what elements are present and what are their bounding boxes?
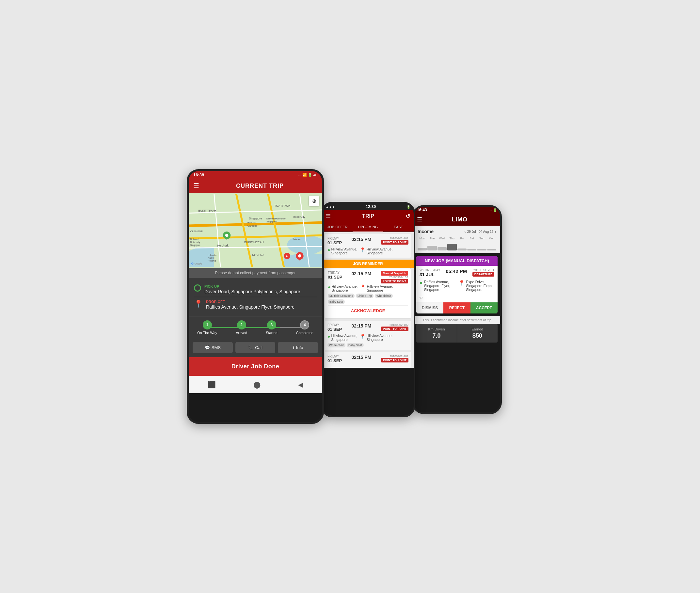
trip-locs-3: ●Hillview Avanue,Singapore 📍Hillview Ava… xyxy=(327,334,408,342)
badge-ptp-reminder: POINT TO POINT xyxy=(381,279,408,283)
phone-mid: ▲▲▲ 12:30 🔋 ☰ TRIP ↺ JOB OFFER UPCOMING … xyxy=(321,202,415,417)
right-title: LIMO xyxy=(422,216,497,223)
trip-locs-1: ●Hillview Avanue,Singapore 📍Hillview Ava… xyxy=(327,247,408,255)
dropoff-icon: 📍 xyxy=(194,300,203,308)
sms-button[interactable]: 💬 SMS xyxy=(193,342,233,353)
locate-button[interactable]: ⊕ xyxy=(309,196,319,206)
km-val: 7.0 xyxy=(419,332,453,339)
mid-menu-icon[interactable]: ☰ xyxy=(326,212,331,220)
call-button[interactable]: 📞 Call xyxy=(235,342,276,353)
phone-right: 16:43 ··· 🔋 ☰ LIMO Income ‹ 29 Jul - 04 … xyxy=(412,205,502,414)
acknowledge-button[interactable]: ACKNOWLEDGE xyxy=(328,305,408,316)
mid-scroll[interactable]: FRIDAY 01 SEP 02:15 PM 20180902-102 POIN… xyxy=(322,232,414,368)
stat-earned: Earned $50 xyxy=(457,324,498,343)
income-label: Income xyxy=(418,229,434,234)
date-range: 29 Jul - 04 Aug 19 xyxy=(467,230,494,234)
svg-text:BUKIT MERAH: BUKIT MERAH xyxy=(244,241,264,244)
reject-button[interactable]: REJECT xyxy=(443,302,470,314)
svg-point-36 xyxy=(298,254,301,258)
bar-sat xyxy=(467,249,476,250)
reminder-locs: ●Hillview Avanue,Singapore 📍Hillview Ava… xyxy=(328,284,408,292)
svg-text:TOA PAYOH: TOA PAYOH xyxy=(274,204,290,207)
dismiss-button[interactable]: DISMISS xyxy=(416,302,443,314)
back-button[interactable]: ◀ xyxy=(293,380,308,390)
svg-text:University: University xyxy=(190,241,200,244)
step-1-circle: 1 xyxy=(203,320,212,329)
job-day-label: WEDNESDAY xyxy=(419,268,441,272)
tab-job-offer[interactable]: JOB OFFER xyxy=(322,223,353,232)
svg-point-33 xyxy=(225,234,229,237)
phone-main: 16:38 ··· 📶 🔋 40 ☰ CURRENT TRIP xyxy=(187,169,324,424)
km-label: Km Driven xyxy=(419,327,453,331)
trip-card-4: FRIDAY 01 SEP 02:15 PM 20180902-102 POIN… xyxy=(325,352,411,368)
new-job-header: NEW JOB (MANUAL DISPATCH) xyxy=(416,256,498,266)
main-time: 16:38 xyxy=(193,172,204,177)
income-section: Income ‹ 29 Jul - 04 Aug 19 › Mon Tue We… xyxy=(414,226,500,253)
job-from-icon: ● xyxy=(419,280,423,286)
job-time: 05:42 PM xyxy=(446,268,467,274)
main-title: CURRENT TRIP xyxy=(202,183,317,189)
pickup-address: Dover Road, Singapore Polytechnic, Singa… xyxy=(204,289,300,294)
badge-ptp-1: POINT TO POINT xyxy=(381,240,408,245)
refresh-icon[interactable]: ↺ xyxy=(406,212,410,220)
step-4: 4 Completed xyxy=(296,320,314,335)
info-button[interactable]: ℹ Info xyxy=(278,342,318,353)
badge-ptp-4: POINT TO POINT xyxy=(381,358,408,362)
bar-sun xyxy=(477,249,486,250)
svg-text:Singapore: Singapore xyxy=(266,221,277,223)
step-4-circle: 4 xyxy=(300,320,309,329)
bar-thu xyxy=(447,244,456,250)
tab-upcoming[interactable]: UPCOMING xyxy=(353,223,383,232)
tab-past[interactable]: PAST xyxy=(383,223,414,232)
earned-val: $50 xyxy=(460,332,494,339)
sms-icon: 💬 xyxy=(205,345,210,350)
job-actions: DISMISS REJECT ACCEPT xyxy=(416,302,498,314)
pickup-label: PICK-UP xyxy=(204,284,300,288)
svg-text:Reserve: Reserve xyxy=(208,260,216,262)
reminder-banner: JOB REMINDER xyxy=(322,260,414,268)
new-job-card: NEW JOB (MANUAL DISPATCH) WEDNESDAY 31 J… xyxy=(416,256,498,314)
call-icon: 📞 xyxy=(248,345,253,350)
income-header: Income ‹ 29 Jul - 04 Aug 19 › xyxy=(418,229,496,234)
card3-tags: Wheelchair Baby Seat xyxy=(327,343,408,348)
bar-mon2 xyxy=(487,249,496,250)
mid-battery: 🔋 xyxy=(407,205,410,209)
step-3-label: Started xyxy=(266,331,277,335)
svg-text:Intec City: Intec City xyxy=(293,215,305,219)
accept-button[interactable]: ACCEPT xyxy=(470,302,498,314)
app-scene: 16:38 ··· 📶 🔋 40 ☰ CURRENT TRIP xyxy=(187,169,513,424)
mid-app-bar: ☰ TRIP ↺ xyxy=(322,210,414,223)
progress-track: 1 On The Way 2 Arrived 3 Started 4 Compl… xyxy=(194,320,317,335)
progress-section: 1 On The Way 2 Arrived 3 Started 4 Compl… xyxy=(189,316,322,339)
calendar-row: Mon Tue Wed Thu Fri Sat Sun Mon xyxy=(418,236,496,241)
calendar-bars xyxy=(418,243,496,250)
date-nav: ‹ 29 Jul - 04 Aug 19 › xyxy=(464,229,496,234)
svg-text:National: National xyxy=(190,238,199,240)
info-icon: ℹ xyxy=(293,345,294,350)
stop-button[interactable]: ⬛ xyxy=(202,380,221,390)
bottom-nav: ⬛ ⬤ ◀ xyxy=(189,376,322,393)
stat-km: Km Driven 7.0 xyxy=(416,324,457,343)
date-next-button[interactable]: › xyxy=(495,229,496,234)
mid-tabs: JOB OFFER UPCOMING PAST xyxy=(322,223,414,232)
svg-text:CLEMENTI: CLEMENTI xyxy=(190,230,203,233)
main-status-icons: ··· 📶 🔋 40 xyxy=(298,173,317,177)
step-3-circle: 3 xyxy=(267,320,276,329)
job-from-address: Raffles Avenue, Singapore Flyer, Singapo… xyxy=(424,280,456,291)
svg-text:NOVENA: NOVENA xyxy=(252,253,264,256)
svg-text:G: G xyxy=(191,262,194,265)
bar-mon xyxy=(418,248,427,250)
action-buttons: 💬 SMS 📞 Call ℹ Info xyxy=(189,339,322,357)
home-button[interactable]: ⬤ xyxy=(248,380,266,390)
trip-card-1: FRIDAY 01 SEP 02:15 PM 20180902-102 POIN… xyxy=(325,234,411,258)
stats-row: Km Driven 7.0 Earned $50 xyxy=(416,324,498,343)
map-container: BUKIT TIMAH TOA PAYOH Singapore Botanic … xyxy=(189,193,322,268)
payment-notice: Please do not collect payment from passe… xyxy=(189,268,322,278)
pickup-icon xyxy=(194,284,201,291)
date-prev-button[interactable]: ‹ xyxy=(464,229,466,234)
right-menu-icon[interactable]: ☰ xyxy=(417,216,422,223)
job-done-button[interactable]: Driver Job Done xyxy=(189,357,322,376)
svg-text:Marina: Marina xyxy=(293,238,301,241)
menu-icon[interactable]: ☰ xyxy=(193,182,199,190)
step-1-label: On The Way xyxy=(197,331,217,335)
